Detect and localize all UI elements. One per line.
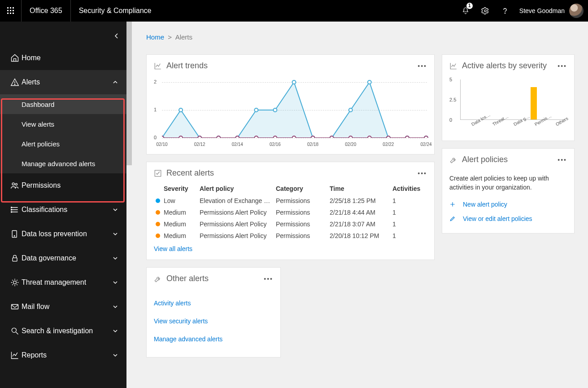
wrench-icon — [154, 275, 166, 283]
sidebar-item-data-governance[interactable]: Data governance — [0, 246, 126, 270]
other-alerts-link[interactable]: Activity alerts — [154, 300, 191, 307]
sidebar-item-permissions[interactable]: Permissions — [0, 173, 126, 198]
nav-label: Classifications — [22, 206, 111, 214]
new-alert-policy-link[interactable]: New alert policy — [449, 197, 567, 212]
scrollbar[interactable] — [126, 22, 132, 165]
breadcrumb: Home > Alerts — [146, 33, 575, 41]
card-alert-trends: Alert trends ••• 01202/1002/1202/1402/16… — [146, 54, 435, 154]
svg-point-38 — [162, 136, 164, 138]
breadcrumb-home[interactable]: Home — [146, 33, 164, 41]
notifications-icon[interactable]: 1 — [456, 0, 475, 22]
sidebar-subitem-manage-advanced-alerts[interactable]: Manage advanced alerts — [0, 154, 126, 173]
edit-icon — [449, 216, 457, 222]
table-row[interactable]: LowElevation of Exchange a…Permissions2/… — [154, 195, 427, 207]
svg-point-24 — [179, 108, 183, 112]
other-alerts-link[interactable]: View security alerts — [154, 317, 208, 325]
col-severity: Severity — [162, 182, 198, 195]
svg-point-29 — [273, 108, 277, 112]
svg-rect-4 — [10, 10, 11, 11]
nav-label: Mail flow — [22, 303, 111, 311]
nav-label: Home — [22, 54, 119, 62]
svg-rect-8 — [13, 13, 14, 14]
app-launcher-icon[interactable] — [0, 0, 22, 22]
svg-rect-14 — [11, 207, 12, 208]
col-policy: Alert policy — [198, 182, 274, 195]
svg-rect-16 — [11, 212, 12, 212]
sidebar-item-search-investigation[interactable]: Search & investigation — [0, 319, 126, 343]
svg-point-52 — [424, 136, 428, 138]
nav-icon — [8, 78, 22, 87]
sidebar-item-mail-flow[interactable]: Mail flow — [0, 295, 126, 319]
svg-rect-2 — [13, 7, 14, 9]
svg-point-50 — [387, 136, 390, 138]
sidebar-item-alerts[interactable]: Alerts — [0, 70, 126, 94]
sidebar-item-data-loss-prevention[interactable]: Data loss prevention — [0, 222, 126, 246]
svg-point-10 — [505, 13, 505, 13]
svg-point-48 — [349, 136, 353, 138]
card-more-icon[interactable]: ••• — [558, 62, 567, 70]
svg-rect-7 — [10, 13, 11, 14]
svg-point-45 — [292, 136, 296, 138]
card-more-icon[interactable]: ••• — [418, 62, 427, 70]
sidebar-item-home[interactable]: Home — [0, 46, 126, 70]
nav-icon — [8, 53, 22, 62]
svg-rect-1 — [10, 7, 11, 9]
collapse-sidebar-icon[interactable] — [113, 32, 120, 40]
svg-point-44 — [273, 136, 277, 138]
svg-rect-6 — [7, 13, 9, 14]
main: Home > Alerts Alert trends ••• — [126, 22, 588, 388]
suite-name[interactable]: Security & Compliance — [71, 7, 160, 15]
chevron-down-icon — [111, 304, 119, 309]
svg-point-47 — [330, 136, 334, 138]
sidebar-subitem-alert-policies[interactable]: Alert policies — [0, 134, 126, 154]
nav-label: Alerts — [22, 78, 111, 86]
svg-point-13 — [15, 183, 17, 185]
svg-point-42 — [235, 136, 239, 138]
severity-bar-chart: 02.55Data los…Threat…Data g…Permis…Other… — [449, 79, 567, 133]
card-title: Alert trends — [166, 61, 418, 71]
nav-icon — [8, 302, 22, 311]
nav-label: Data loss prevention — [22, 230, 111, 238]
nav-label: Permissions — [22, 181, 119, 190]
brand[interactable]: Office 365 — [22, 0, 71, 22]
line-chart-icon — [449, 62, 462, 70]
recent-alerts-table: Severity Alert policy Category Time Acti… — [154, 182, 427, 242]
sidebar-item-classifications[interactable]: Classifications — [0, 198, 126, 222]
wrench-icon — [449, 156, 462, 164]
avatar[interactable] — [569, 4, 584, 18]
nav-icon — [8, 254, 22, 263]
sidebar-item-threat-management[interactable]: Threat management — [0, 270, 126, 295]
view-all-alerts-link[interactable]: View all alerts — [154, 245, 192, 252]
svg-rect-5 — [13, 10, 14, 11]
card-more-icon[interactable]: ••• — [418, 170, 427, 177]
table-row[interactable]: MediumPermissions Alert PolicyPermission… — [154, 218, 427, 230]
sidebar-subitem-dashboard[interactable]: Dashboard — [0, 94, 126, 114]
card-title: Active alerts by severity — [462, 61, 558, 71]
svg-point-11 — [14, 84, 15, 84]
other-alerts-link[interactable]: Manage advanced alerts — [154, 335, 222, 343]
table-row[interactable]: MediumPermissions Alert PolicyPermission… — [154, 230, 427, 242]
policies-desc: Create alert policies to keep up with ac… — [449, 172, 567, 197]
svg-point-46 — [311, 136, 315, 138]
svg-point-28 — [254, 108, 258, 112]
svg-point-40 — [198, 136, 201, 138]
user-name[interactable]: Steve Goodman — [515, 7, 569, 14]
plus-icon — [449, 201, 457, 207]
checkbox-icon — [154, 169, 166, 177]
svg-point-33 — [349, 108, 353, 112]
help-icon[interactable] — [495, 0, 515, 22]
nav-icon — [8, 205, 22, 214]
card-other-alerts: Other alerts ••• Activity alertsView sec… — [146, 267, 281, 357]
edit-alert-policies-link[interactable]: View or edit alert policies — [449, 212, 567, 226]
card-more-icon[interactable]: ••• — [558, 156, 567, 163]
settings-icon[interactable] — [475, 0, 495, 22]
svg-rect-0 — [7, 7, 9, 9]
card-title: Other alerts — [166, 274, 264, 283]
sidebar-item-reports[interactable]: Reports — [0, 343, 126, 367]
sidebar-subitem-view-alerts[interactable]: View alerts — [0, 114, 126, 134]
sidebar: HomeAlertsDashboardView alertsAlert poli… — [0, 22, 126, 388]
table-row[interactable]: MediumPermissions Alert PolicyPermission… — [154, 207, 427, 218]
svg-rect-21 — [12, 304, 18, 309]
col-category: Category — [274, 182, 328, 195]
card-more-icon[interactable]: ••• — [264, 275, 273, 282]
